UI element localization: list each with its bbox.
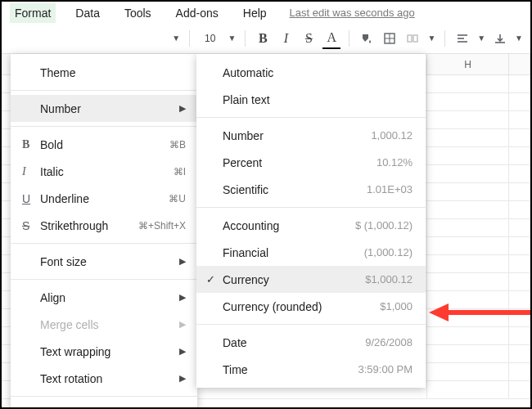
strikethrough-button[interactable]: S [300, 28, 318, 49]
underline-icon: U [22, 192, 40, 205]
number-scientific[interactable]: Scientific 1.01E+03 [196, 176, 426, 203]
separator [189, 30, 190, 47]
format-sample: 1,000.12 [371, 129, 413, 142]
submenu-arrow-icon: ▶ [179, 103, 186, 114]
menu-label: Strikethrough [40, 219, 138, 232]
format-align[interactable]: Align ▶ [11, 284, 197, 311]
format-merge-cells[interactable]: Merge cells ▶ [11, 311, 197, 338]
bold-button[interactable]: B [254, 28, 272, 49]
menu-label: Text wrapping [40, 345, 174, 358]
format-sample: 9/26/2008 [365, 336, 413, 348]
horizontal-align-button[interactable] [453, 28, 471, 49]
format-sample: (1,000.12) [364, 246, 413, 258]
number-number[interactable]: Number 1,000.12 [196, 122, 426, 149]
format-text-rotation[interactable]: Text rotation ▶ [11, 365, 197, 392]
italic-button[interactable]: I [277, 28, 295, 49]
separator [11, 279, 197, 280]
italic-icon: I [22, 165, 40, 178]
submenu-arrow-icon: ▶ [179, 319, 186, 330]
submenu-arrow-icon: ▶ [179, 346, 186, 357]
fill-color-button[interactable] [358, 28, 376, 49]
format-sample: 3:59:00 PM [358, 363, 413, 375]
separator [11, 243, 197, 244]
merge-cells-button[interactable] [404, 28, 422, 49]
chevron-down-icon[interactable]: ▼ [426, 28, 436, 49]
submenu-arrow-icon: ▶ [179, 256, 186, 267]
format-bold[interactable]: B Bold ⌘B [11, 131, 197, 158]
bold-icon: B [22, 138, 40, 151]
number-financial[interactable]: Financial (1,000.12) [196, 239, 426, 266]
last-edit-link[interactable]: Last edit was seconds ago [290, 7, 415, 19]
submenu-arrow-icon: ▶ [179, 373, 186, 384]
menu-label: Accounting [223, 219, 355, 232]
menu-label: Number [223, 129, 371, 142]
format-sample: $1,000 [380, 300, 413, 312]
number-submenu: Automatic Plain text Number 1,000.12 Per… [196, 54, 426, 388]
format-fontsize[interactable]: Font size ▶ [11, 248, 197, 275]
number-date[interactable]: Date 9/26/2008 [196, 329, 426, 356]
number-automatic[interactable]: Automatic [196, 59, 426, 86]
menu-addons[interactable]: Add-ons [171, 3, 223, 23]
menu-help[interactable]: Help [238, 3, 272, 23]
separator [444, 30, 445, 47]
chevron-down-icon[interactable]: ▼ [476, 28, 486, 49]
menu-label: Theme [40, 66, 186, 79]
format-sample: $ (1,000.12) [355, 219, 413, 231]
menu-label: Number [40, 102, 174, 115]
separator [11, 396, 197, 397]
strikethrough-icon: S [22, 219, 40, 232]
separator [196, 117, 426, 118]
menu-label: Bold [40, 138, 169, 151]
menu-label: Underline [40, 192, 169, 205]
column-header-next[interactable] [509, 54, 530, 74]
number-accounting[interactable]: Accounting $ (1,000.12) [196, 212, 426, 239]
menu-label: Text rotation [40, 372, 174, 385]
fontsize-input[interactable]: 10 [198, 28, 222, 49]
menu-data[interactable]: Data [70, 3, 105, 23]
svg-rect-3 [408, 35, 412, 42]
text-color-button[interactable]: A [322, 28, 340, 49]
borders-button[interactable] [381, 28, 399, 49]
toolbar: ▼ 10 ▼ B I S A ▼ ▼ ▼ [2, 25, 530, 54]
separator [11, 90, 197, 91]
separator [11, 126, 197, 127]
format-conditional-formatting[interactable]: Conditional formatting [11, 401, 197, 409]
number-plain-text[interactable]: Plain text [196, 86, 426, 113]
svg-rect-4 [413, 35, 417, 42]
chevron-down-icon[interactable]: ▼ [514, 28, 524, 49]
chevron-down-icon[interactable]: ▼ [171, 28, 181, 49]
menu-label: Plain text [223, 93, 413, 106]
vertical-align-button[interactable] [491, 28, 509, 49]
separator [196, 324, 426, 325]
menu-shortcut: ⌘B [169, 139, 186, 151]
number-currency-rounded[interactable]: Currency (rounded) $1,000 [196, 293, 426, 320]
menu-format[interactable]: Format [10, 3, 56, 23]
format-strikethrough[interactable]: S Strikethrough ⌘+Shift+X [11, 212, 197, 239]
submenu-arrow-icon: ▶ [179, 292, 186, 303]
menu-label: Time [223, 363, 358, 376]
chevron-down-icon[interactable]: ▼ [228, 28, 237, 49]
number-time[interactable]: Time 3:59:00 PM [196, 356, 426, 383]
check-icon: ✓ [206, 273, 223, 285]
format-number[interactable]: Number ▶ [11, 95, 197, 122]
menu-label: Font size [40, 255, 174, 268]
separator [196, 207, 426, 208]
format-theme[interactable]: Theme [11, 59, 197, 86]
menu-label: Currency (rounded) [223, 300, 380, 313]
menu-label: Scientific [223, 183, 367, 196]
column-header-h[interactable]: H [427, 54, 509, 74]
number-currency[interactable]: ✓ Currency $1,000.12 [196, 266, 426, 293]
format-text-wrapping[interactable]: Text wrapping ▶ [11, 338, 197, 365]
number-percent[interactable]: Percent 10.12% [196, 149, 426, 176]
content-area: H Theme Number ▶ [2, 54, 530, 407]
menu-label: Percent [223, 156, 376, 169]
menu-label: Merge cells [40, 318, 174, 331]
separator [245, 30, 246, 47]
format-underline[interactable]: U Underline ⌘U [11, 185, 197, 212]
menu-label: Automatic [223, 66, 413, 79]
format-sample: $1,000.12 [365, 273, 413, 285]
separator [349, 30, 349, 47]
menu-tools[interactable]: Tools [119, 3, 156, 23]
menu-label: Financial [223, 246, 364, 259]
format-italic[interactable]: I Italic ⌘I [11, 158, 197, 185]
